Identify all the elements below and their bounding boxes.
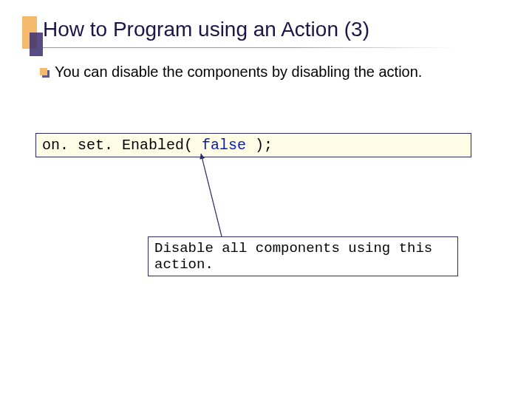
annotation-arrow <box>0 0 532 399</box>
bullet-icon <box>40 68 47 75</box>
code-pre: on. set. Enabled( <box>42 137 202 154</box>
title-underline <box>43 47 457 48</box>
code-box: on. set. Enabled( false ); <box>35 133 471 157</box>
svg-line-0 <box>201 154 222 236</box>
body-text: You can disable the components by disabl… <box>55 64 422 81</box>
slide: How to Program using an Action (3) You c… <box>0 0 532 399</box>
code-post: ); <box>246 137 273 154</box>
title-bullet-decoration <box>22 16 41 56</box>
code-keyword: false <box>202 137 246 154</box>
slide-title: How to Program using an Action (3) <box>43 18 369 41</box>
annotation-box: Disable all components using this action… <box>148 236 458 276</box>
